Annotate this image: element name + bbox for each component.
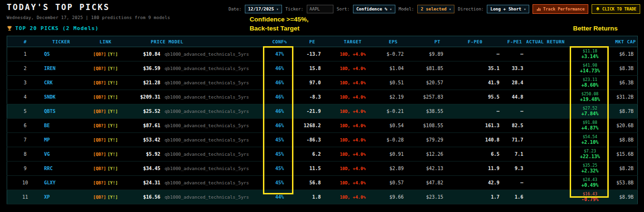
qb-link[interactable]: [QB?] (93, 81, 106, 85)
pt-cell: $12.26 (408, 147, 447, 162)
qb-link[interactable]: [QB?] (93, 166, 106, 171)
yahoo-link[interactable]: [Y!] (108, 52, 118, 57)
fpe1-cell: 28.4 (503, 76, 526, 90)
fpe0-cell: 95.5 (447, 90, 503, 104)
ticker-link[interactable]: QS (43, 47, 80, 61)
return-percent: +22.13% (566, 154, 614, 160)
price-value: $87.61 (132, 123, 161, 128)
link-cell: [QB?][Y!] (80, 162, 132, 176)
column-header-f-pe1: F-PE1 (503, 36, 526, 47)
rank-cell: 10 (7, 176, 43, 190)
pt-cell: $9.89 (408, 47, 447, 61)
price-value: $53.42 (132, 137, 161, 142)
ticker-link[interactable]: SNDK (43, 90, 80, 104)
table-row: 8VG[QB?][Y!]$5.92qb1000_advanced_technic… (7, 147, 638, 162)
model-name: qb1000_advanced_technicals_5yrs (165, 194, 249, 200)
ticker-input[interactable] (307, 5, 333, 13)
rank-cell: 8 (7, 147, 43, 162)
ticker-link[interactable]: IREN (43, 61, 80, 76)
qb-link[interactable]: [QB?] (93, 66, 106, 71)
confidence-cell: 46% (262, 104, 298, 119)
confidence-cell: 45% (262, 176, 298, 190)
actual-return-cell: $91.88+4.87% (526, 119, 614, 133)
qb-link[interactable]: [QB?] (93, 138, 106, 142)
qb-link[interactable]: [QB?] (93, 123, 106, 128)
return-percent: +19.48% (566, 97, 614, 103)
return-price: $54.54 (566, 134, 614, 140)
model-name: qb1000_advanced_technicals_5yrs (165, 151, 249, 157)
pt-cell: $42.13 (408, 162, 447, 176)
section-title-text: TOP 20 PICKS (2 Models) (15, 25, 99, 31)
model-select[interactable]: 2 selected ▾ (417, 5, 454, 13)
mktcap-cell: $53.8B (614, 176, 638, 190)
rank-cell: 3 (7, 76, 43, 90)
qb-link[interactable]: [QB?] (93, 195, 106, 200)
column-header-target: TARGET (327, 36, 379, 47)
chevron-down-icon: ▾ (276, 7, 279, 11)
ticker-link[interactable]: QBTS (43, 104, 80, 119)
track-performance-button[interactable]: Track Performance (533, 4, 588, 14)
pt-cell: $81.85 (408, 61, 447, 76)
pt-cell: $108.55 (408, 119, 447, 133)
price-value: $5.92 (132, 151, 161, 157)
pe-cell: -8.3 (298, 90, 327, 104)
qb-link[interactable]: [QB?] (93, 181, 106, 185)
price-model-cell: $10.84qb1000_advanced_technicals_5yrs (132, 47, 262, 61)
click-to-trade-button[interactable]: CLICK TO TRADE (592, 4, 640, 14)
model-name: qb1000_advanced_technicals_5yrs (165, 66, 249, 71)
return-percent: +4.87% (566, 125, 614, 131)
eps-cell: $0.51 (379, 76, 408, 90)
yahoo-link[interactable]: [Y!] (108, 138, 118, 142)
model-name: qb1000_advanced_technicals_5yrs (165, 94, 249, 100)
chevron-down-icon: ▾ (449, 7, 451, 11)
yahoo-link[interactable]: [Y!] (108, 66, 118, 71)
yahoo-link[interactable]: [Y!] (108, 123, 118, 128)
ticker-link[interactable]: MP (43, 133, 80, 147)
section-title: TOP 20 PICKS (2 Models) (7, 25, 99, 31)
ticker-link[interactable]: CRK (43, 76, 80, 90)
fpe0-cell: 1.7 (447, 190, 503, 204)
price-value: $36.59 (132, 66, 161, 71)
mktcap-cell: $20.6B (614, 119, 638, 133)
link-cell: [QB?][Y!] (80, 133, 132, 147)
ticker-link[interactable]: GLXY (43, 176, 80, 190)
return-price: $91.88 (566, 120, 614, 125)
link-cell: [QB?][Y!] (80, 176, 132, 190)
actual-return-cell: $54.54+2.10% (526, 133, 614, 147)
eps-cell: $1.04 (379, 61, 408, 76)
date-select[interactable]: 12/17/2025 ▾ (245, 5, 282, 13)
direction-select[interactable]: Long + Short ▾ (487, 5, 529, 13)
page-title: TODAY'S TOP PICKS (7, 2, 110, 12)
yahoo-link[interactable]: [Y!] (108, 195, 118, 200)
fpe1-cell: — (503, 176, 526, 190)
fpe1-cell: 9.3 (503, 162, 526, 176)
column-header-pt: PT (408, 36, 447, 47)
fpe1-cell: — (503, 47, 526, 61)
price-model-cell: $36.59qb1000_advanced_technicals_5yrs (132, 61, 262, 76)
ticker-link[interactable]: VG (43, 147, 80, 162)
yahoo-link[interactable]: [Y!] (108, 109, 118, 114)
yahoo-link[interactable]: [Y!] (108, 181, 118, 185)
ticker-link[interactable]: BE (43, 119, 80, 133)
table-row: 6BE[QB?][Y!]$87.61qb1000_advanced_techni… (7, 119, 638, 133)
qb-link[interactable]: [QB?] (93, 52, 106, 57)
yahoo-link[interactable]: [Y!] (108, 166, 118, 171)
fpe1-cell: 1.6 (503, 190, 526, 204)
yahoo-link[interactable]: [Y!] (108, 81, 118, 85)
actual-return-cell: $250.08+19.48% (526, 90, 614, 104)
ticker-link[interactable]: XP (43, 190, 80, 204)
bell-icon (595, 7, 600, 11)
qb-link[interactable]: [QB?] (93, 95, 106, 100)
column-header-actual-return: ACTUAL RETURN (526, 36, 614, 47)
link-cell: [QB?][Y!] (80, 90, 132, 104)
sort-select[interactable]: Confidence % ▾ (353, 5, 395, 13)
ticker-link[interactable]: RRC (43, 162, 80, 176)
price-model-cell: $87.61qb1000_advanced_technicals_5yrs (132, 119, 262, 133)
pe-cell: -13.7 (298, 47, 327, 61)
link-cell: [QB?][Y!] (80, 61, 132, 76)
qb-link[interactable]: [QB?] (93, 109, 106, 114)
pt-cell: $20.57 (408, 76, 447, 90)
yahoo-link[interactable]: [Y!] (108, 95, 118, 100)
qb-link[interactable]: [QB?] (93, 152, 106, 157)
yahoo-link[interactable]: [Y!] (108, 152, 118, 157)
